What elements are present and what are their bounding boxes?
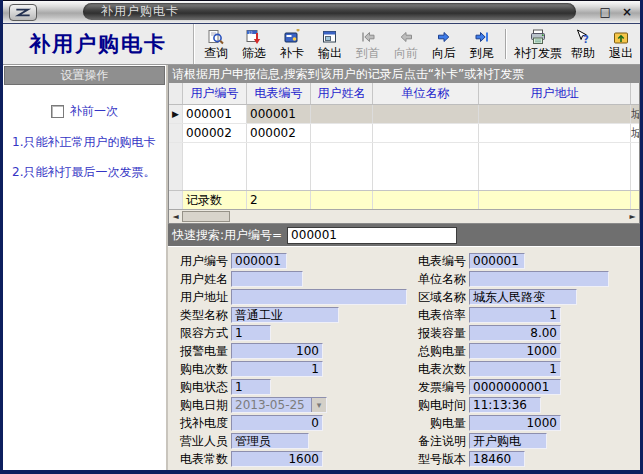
scrollbar-track[interactable]	[182, 210, 626, 223]
table-row[interactable]: ▶000001000001城	[169, 105, 639, 124]
makeup-previous-checkbox-row[interactable]: 补前一次	[3, 103, 166, 120]
toolbar-button-filter[interactable]: 12筛选	[235, 25, 273, 63]
field-user-name[interactable]	[231, 271, 303, 287]
scroll-left-arrow-icon[interactable]: ◄	[169, 210, 182, 223]
field-model-version[interactable]: 18460	[469, 451, 525, 467]
scroll-right-arrow-icon[interactable]: ►	[626, 210, 639, 223]
form-row-remark: 备注说明开户购电	[414, 432, 640, 450]
field-user-id[interactable]: 000001	[231, 253, 287, 269]
table-cell[interactable]	[479, 105, 631, 123]
field-unit-name[interactable]	[469, 271, 609, 287]
form-row-purchase-state: 购电状态1	[176, 378, 414, 396]
toolbar-button-next[interactable]: 向后	[425, 25, 463, 63]
table-cell[interactable]	[311, 105, 373, 123]
toolbar-button-last[interactable]: 到尾	[463, 25, 501, 63]
toolbar-button-label: 向前	[394, 46, 418, 60]
field-purchase-count[interactable]: 1	[231, 361, 323, 377]
table-cell[interactable]: 000001	[247, 105, 311, 123]
toolbar-button-reissue-card[interactable]: 补卡	[273, 25, 311, 63]
field-label-user-address: 用户地址	[176, 289, 231, 306]
form-row-meter-ratio: 电表倍率1	[414, 306, 640, 324]
horizontal-scrollbar[interactable]: ◄ ►	[169, 209, 639, 223]
svg-text:?: ?	[583, 34, 589, 45]
field-meter-ratio[interactable]: 1	[469, 307, 561, 323]
field-type-name[interactable]: 普通工业	[231, 307, 339, 323]
column-header[interactable]: 单位名称	[373, 83, 479, 104]
toolbar-button-exit[interactable]: 退出	[602, 25, 640, 63]
overflow-sliver: 城	[631, 124, 639, 142]
column-header[interactable]: 电表编号	[247, 83, 311, 104]
sidebar-note-2: 2.只能补打最后一次发票。	[12, 165, 162, 180]
toolbar-button-reprint-invoice[interactable]: 补打发票	[512, 25, 564, 63]
toolbar-button-label: 到尾	[470, 46, 494, 60]
toolbar-button-label: 退出	[609, 46, 633, 60]
table-cell[interactable]	[373, 105, 479, 123]
scrollbar-thumb[interactable]	[182, 211, 230, 222]
field-alarm-power[interactable]: 100	[231, 343, 323, 359]
field-user-address[interactable]	[231, 289, 407, 305]
form-col-right: 电表编号000001单位名称区域名称城东人民路变电表倍率1报装容量8.00总购电…	[414, 252, 640, 470]
checkbox-label: 补前一次	[70, 103, 118, 120]
form-row-meter-id: 电表编号000001	[414, 252, 640, 270]
table-cell[interactable]: 000002	[247, 124, 311, 142]
form-row-install-capacity: 报装容量8.00	[414, 324, 640, 342]
field-operator[interactable]: 管理员	[231, 433, 309, 449]
field-remark[interactable]: 开户购电	[469, 433, 547, 449]
column-header[interactable]: 用户姓名	[311, 83, 373, 104]
record-count-label: 记录数	[183, 191, 247, 209]
field-purchase-state[interactable]: 1	[231, 379, 271, 395]
close-button[interactable]: ×	[622, 6, 632, 18]
field-label-adjust-power: 找补电度	[176, 415, 231, 432]
form-row-purchase-time: 购电时间11:13:36	[414, 396, 640, 414]
filter-icon: 12	[246, 29, 262, 46]
toolbar-button-help[interactable]: ?帮助	[564, 25, 602, 63]
form-col-left: 用户编号000001用户姓名用户地址类型名称普通工业限容方式1报警电量100购电…	[176, 252, 414, 470]
last-icon	[474, 29, 490, 46]
field-meter-count[interactable]: 1	[469, 361, 561, 377]
form-row-user-id: 用户编号000001	[176, 252, 414, 270]
grid-summary-row: 记录数2	[169, 190, 639, 209]
field-limit-mode[interactable]: 1	[231, 325, 271, 341]
field-install-capacity[interactable]: 8.00	[469, 325, 561, 341]
field-purchase-amount[interactable]: 1000	[469, 415, 561, 431]
table-cell[interactable]	[479, 124, 631, 142]
table-row[interactable]: 000002000002城	[169, 124, 639, 143]
table-cell[interactable]: 000002	[183, 124, 247, 142]
field-total-power[interactable]: 1000	[469, 343, 561, 359]
column-header[interactable]: 用户地址	[479, 83, 631, 104]
field-region-name[interactable]: 城东人民路变	[469, 289, 577, 305]
svg-text:12: 12	[248, 31, 252, 35]
grid-body: ▶000001000001城000002000002城	[169, 105, 639, 190]
table-cell[interactable]	[373, 124, 479, 142]
toolbar-row: 补用户购电卡 查询12筛选补卡输出到首向前向后到尾补打发票?帮助退出	[3, 24, 640, 65]
field-purchase-date[interactable]: 2013-05-25	[231, 397, 327, 413]
page-title: 补用户购电卡	[3, 24, 194, 64]
detail-form: 用户编号000001用户姓名用户地址类型名称普通工业限容方式1报警电量100购电…	[168, 246, 640, 470]
hint-bar: 请根据用户申报信息,搜索到该用户的记录后点击“补卡”或补打发票	[168, 65, 640, 83]
table-cell[interactable]: 000001	[183, 105, 247, 123]
quick-search-input[interactable]	[287, 227, 457, 244]
field-adjust-power[interactable]: 0	[231, 415, 323, 431]
field-label-invoice-no: 发票编号	[414, 379, 469, 396]
title-bar[interactable]: 补用户购电卡 □ ×	[3, 0, 640, 24]
title-pill: 补用户购电卡	[83, 3, 576, 20]
field-meter-id[interactable]: 000001	[469, 253, 525, 269]
checkbox-icon[interactable]	[51, 105, 64, 118]
quick-search-label: 快速搜索:用户编号=	[172, 227, 282, 244]
form-row-type-name: 类型名称普通工业	[176, 306, 414, 324]
toolbar-button-label: 补卡	[280, 46, 304, 60]
table-cell[interactable]	[311, 124, 373, 142]
form-row-user-address: 用户地址	[176, 288, 414, 306]
field-label-purchase-count: 购电次数	[176, 361, 231, 378]
overflow-sliver: 城	[631, 105, 639, 123]
form-row-total-power: 总购电量1000	[414, 342, 640, 360]
field-meter-constant[interactable]: 1600	[231, 451, 323, 467]
field-purchase-time[interactable]: 11:13:36	[469, 397, 541, 413]
field-invoice-no[interactable]: 0000000001	[469, 379, 561, 395]
row-selector	[169, 124, 183, 142]
maximize-button[interactable]: □	[600, 6, 611, 18]
export-icon	[322, 29, 338, 46]
toolbar-button-query[interactable]: 查询	[197, 25, 235, 63]
toolbar-button-export[interactable]: 输出	[311, 25, 349, 63]
column-header[interactable]: 用户编号	[183, 83, 247, 104]
